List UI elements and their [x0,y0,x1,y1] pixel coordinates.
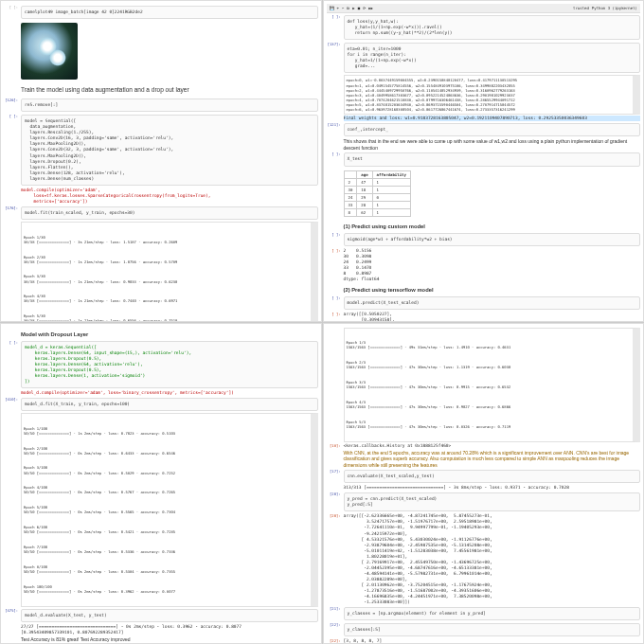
copy-icon[interactable]: ⧉ [347,6,349,10]
run-icon[interactable]: ▶ [352,6,354,10]
code-cell[interactable]: X_test [344,152,641,166]
training-output[interactable]: Epoch 1/30 38/38 [==============] - 3s 2… [21,222,318,321]
notebook-pane-br: Epoch 1/3 1563/1563 [==============] - 4… [323,323,645,645]
code-cell[interactable]: model = Sequential([ data_augmentation, … [21,115,318,186]
code-cell[interactable]: model_d = keras.Sequential([ keras.layer… [21,341,318,388]
pred-output: 2 0.5156 30 0.3098 24 0.2499 33 0.1470 8… [344,248,641,282]
gd-output[interactable]: epoch=0, w1=-0.0837449159884555, w2=0.23… [344,75,641,115]
restart-icon[interactable]: ⟳ [363,6,366,10]
flower-image [21,23,78,80]
pred-array: array([[-2.62336665e+00, -4.87241745e+00… [344,513,641,605]
notebook-pane-tl: [ ]: camelplot49 image_batch[image 42 0]… [0,0,322,322]
markdown-text: Test Accuracy is 81% great! Test Accurac… [21,636,318,643]
training-output[interactable]: Epoch 1/100 50/50 [==============] - 1s … [21,413,318,607]
code-cell[interactable]: model_d.evaluate(X_test, y_test) [21,609,318,622]
code-cell[interactable]: y_classes[:5] [344,623,641,636]
code-cell[interactable]: eta=0.01; n_iter=1000 for i in range(n_i… [344,43,641,73]
kernel-label[interactable]: Python 3 (ipykernel) [592,6,637,10]
code-cell[interactable]: model.predict(X_test_scaled) [344,296,641,310]
code-cell[interactable]: model_d.fit(X_train, y_train, epochs=100… [21,398,318,411]
section-heading: (1) Predict using custom model [344,224,641,229]
code-cell[interactable]: re5.remove[:] [21,98,318,112]
trusted-label: trusted [573,6,589,10]
dataframe-output: ageaffordability 2471 30181 24290 33281 … [344,170,411,217]
code-cell[interactable]: model.fit(train_scaled, y_train, epochs=… [21,206,318,220]
code-cell[interactable]: y_pred = cnn.predict(X_test_scaled) y_pr… [344,492,641,511]
code-cell[interactable]: sigmoid(age*w1 + affordability*w2 + bias… [344,233,641,246]
notebook-pane-tr: 💾 + ✂ ⧉ ▶ ■ ⟳ ▶▶ trusted Python 3 (ipyke… [323,0,645,322]
compile-code: model_d.compile(optimizer='adam', loss='… [21,390,318,396]
markdown-text: With CNN, at the end 5 epochs, accuracy … [344,450,641,469]
notebook-pane-bl: Model with Dropout Layer [ ]: model_d = … [0,323,322,645]
compile-code: model.compile(optimizer='adam', loss=tf.… [21,188,318,205]
code-cell[interactable]: coef_,intercept_ [344,123,641,136]
eval-output: 313/313 [==============================]… [344,485,641,491]
cnn-training-output[interactable]: Epoch 1/3 1563/1563 [==============] - 4… [344,328,641,442]
markdown-text: This shows that in the end we were able … [344,138,641,151]
section-heading: (2) Predict using tensorflow model [344,287,641,293]
fast-forward-icon[interactable]: ▶▶ [368,6,373,10]
code-cell[interactable]: cnn.evaluate(X_test_scaled,y_test) [344,470,641,483]
eval-output: 27/27 [==============================] -… [21,624,318,635]
code-cell[interactable]: def loss(y,y_hat,w): y_hat=(1/(1+np.exp(… [344,15,641,40]
history-output: <keras.callbacks.History at 0x1888125f46… [344,443,641,449]
save-icon[interactable]: 💾 [330,6,334,10]
tf-pred-output: array([[0.5050227], [0.30943158], [0.298… [344,312,641,322]
section-heading: Model with Dropout Layer [21,331,318,337]
code-cell[interactable]: camelplot49 image_batch[image 42 0]2241R… [21,6,318,19]
add-icon[interactable]: + [337,6,339,10]
cut-icon[interactable]: ✂ [342,6,344,10]
markdown-heading: Train the model using data augmentation … [21,86,318,93]
code-cell[interactable]: y_classes = [np.argmax(element) for elem… [344,607,641,620]
slice-output: [3, 8, 8, 8, 7] [344,638,641,644]
final-weights: Final weights and loss: w1=0.91837281638… [344,116,641,121]
notebook-toolbar[interactable]: 💾 + ✂ ⧉ ▶ ■ ⟳ ▶▶ trusted Python 3 (ipyke… [327,4,641,13]
gutter: [ ]: [4,5,21,20]
stop-icon[interactable]: ■ [358,6,360,10]
